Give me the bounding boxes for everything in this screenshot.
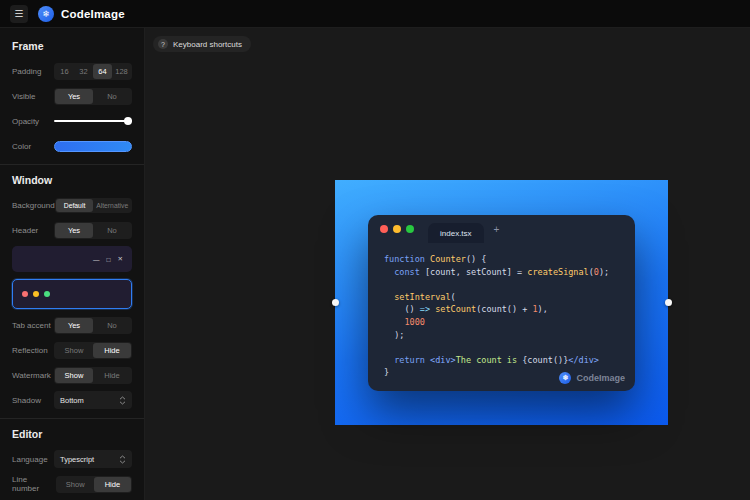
tab-index-tsx[interactable]: index.tsx: [428, 223, 484, 243]
opacity-row: Opacity: [12, 112, 132, 130]
language-label: Language: [12, 455, 48, 464]
traffic-light-minimize-icon: [393, 225, 401, 233]
watermark-option-show[interactable]: Show: [55, 368, 93, 383]
window-style-mac-selected[interactable]: [12, 279, 132, 309]
code-lines: function Counter() { const [count, setCo…: [384, 253, 619, 379]
padding-option-64[interactable]: 64: [93, 64, 112, 79]
visible-segmented: Yes No: [54, 88, 132, 105]
frame-section-title: Frame: [12, 40, 132, 52]
background-segmented: Default Alternative: [55, 198, 132, 213]
line-number-option-show[interactable]: Show: [57, 477, 94, 492]
traffic-light-maximize-icon: [406, 225, 414, 233]
visible-row: Visible Yes No: [12, 87, 132, 105]
watermark-label: Watermark: [12, 371, 51, 380]
frame-canvas[interactable]: index.tsx + function Counter() { const […: [335, 180, 668, 425]
shadow-value: Bottom: [60, 396, 84, 405]
mac-minimize-dot-icon: [33, 291, 39, 297]
canvas-area: ? Keyboard shortcuts index.tsx +: [145, 28, 750, 500]
watermark: ❄ CodeImage: [559, 372, 625, 384]
line-number-segmented: Show Hide: [56, 476, 132, 493]
resize-handle-right[interactable]: [665, 299, 672, 306]
background-option-alternative[interactable]: Alternative: [93, 199, 131, 212]
reflection-label: Reflection: [12, 346, 48, 355]
brand: ❄ CodeImage: [38, 6, 125, 22]
menu-icon: ☰: [15, 8, 24, 19]
opacity-knob[interactable]: [124, 117, 132, 125]
padding-label: Padding: [12, 67, 41, 76]
traffic-light-close-icon: [380, 225, 388, 233]
background-row: Background Default Alternative: [12, 196, 132, 214]
padding-segmented: 16 32 64 128: [54, 63, 132, 80]
padding-option-16[interactable]: 16: [55, 64, 74, 79]
tab-accent-row: Tab accent Yes No: [12, 316, 132, 334]
chevron-updown-icon: [119, 455, 126, 464]
shadow-select[interactable]: Bottom: [54, 391, 132, 409]
line-number-option-hide[interactable]: Hide: [94, 477, 131, 492]
maximize-icon: □: [107, 256, 111, 263]
watermark-text: CodeImage: [576, 373, 625, 383]
mac-maximize-dot-icon: [44, 291, 50, 297]
color-label: Color: [12, 142, 31, 151]
header-row: Header Yes No: [12, 221, 132, 239]
background-option-default[interactable]: Default: [56, 199, 94, 212]
watermark-row: Watermark Show Hide: [12, 366, 132, 384]
window-style-windows[interactable]: — □ ✕: [12, 246, 132, 272]
header-option-yes[interactable]: Yes: [55, 223, 93, 238]
chevron-updown-icon: [119, 396, 126, 405]
reflection-option-show[interactable]: Show: [55, 343, 93, 358]
language-select[interactable]: Typescript: [54, 450, 132, 468]
visible-option-yes[interactable]: Yes: [55, 89, 93, 104]
opacity-slider[interactable]: [54, 116, 132, 126]
reflection-segmented: Show Hide: [54, 342, 132, 359]
shadow-label: Shadow: [12, 396, 41, 405]
tab-accent-option-no[interactable]: No: [93, 318, 131, 333]
window-section-title: Window: [12, 174, 132, 186]
topbar: ☰ ❄ CodeImage: [0, 0, 750, 28]
language-value: Typescript: [60, 455, 94, 464]
new-tab-button[interactable]: +: [494, 224, 500, 235]
header-label: Header: [12, 226, 38, 235]
shadow-row: Shadow Bottom: [12, 391, 132, 409]
keyboard-shortcuts-label: Keyboard shortcuts: [173, 40, 242, 49]
editor-section-title: Editor: [12, 428, 132, 440]
reflection-row: Reflection Show Hide: [12, 341, 132, 359]
header-segmented: Yes No: [54, 222, 132, 239]
watermark-option-hide[interactable]: Hide: [93, 368, 131, 383]
divider: [0, 164, 144, 165]
traffic-lights: [380, 225, 414, 233]
tab-accent-segmented: Yes No: [54, 317, 132, 334]
code-editor[interactable]: function Counter() { const [count, setCo…: [368, 243, 635, 379]
minimize-icon: —: [93, 256, 100, 263]
opacity-track: [54, 120, 132, 122]
window-header: index.tsx +: [368, 215, 635, 243]
padding-option-128[interactable]: 128: [112, 64, 131, 79]
line-number-row: Line number Show Hide: [12, 475, 132, 493]
app-name: CodeImage: [61, 8, 125, 20]
padding-option-32[interactable]: 32: [74, 64, 93, 79]
divider: [0, 418, 144, 419]
visible-option-no[interactable]: No: [93, 89, 131, 104]
resize-handle-left[interactable]: [332, 299, 339, 306]
line-number-label: Line number: [12, 475, 56, 493]
keyboard-shortcuts-button[interactable]: ? Keyboard shortcuts: [153, 36, 251, 52]
tab-accent-label: Tab accent: [12, 321, 51, 330]
reflection-option-hide[interactable]: Hide: [93, 343, 131, 358]
watermark-segmented: Show Hide: [54, 367, 132, 384]
language-row: Language Typescript: [12, 450, 132, 468]
close-icon: ✕: [118, 255, 123, 263]
color-row: Color: [12, 137, 132, 155]
background-label: Background: [12, 201, 55, 210]
help-icon: ?: [158, 39, 168, 49]
tab-label: index.tsx: [440, 229, 472, 238]
header-option-no[interactable]: No: [93, 223, 131, 238]
menu-button[interactable]: ☰: [10, 5, 28, 23]
watermark-logo-icon: ❄: [559, 372, 571, 384]
frame-color-swatch[interactable]: [54, 141, 132, 152]
opacity-label: Opacity: [12, 117, 39, 126]
tab-accent-option-yes[interactable]: Yes: [55, 318, 93, 333]
app-logo-icon: ❄: [38, 6, 54, 22]
mac-close-dot-icon: [22, 291, 28, 297]
visible-label: Visible: [12, 92, 35, 101]
padding-row: Padding 16 32 64 128: [12, 62, 132, 80]
code-window: index.tsx + function Counter() { const […: [368, 215, 635, 391]
